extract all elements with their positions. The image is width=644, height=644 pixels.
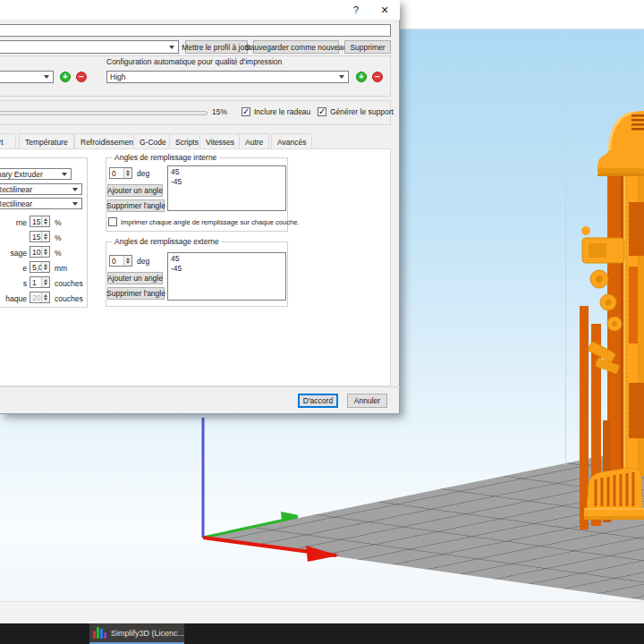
cancel-button[interactable]: Annuler bbox=[347, 394, 387, 408]
chevron-down-icon bbox=[72, 202, 78, 206]
support-checkbox[interactable] bbox=[318, 107, 326, 116]
printed-model-3d[interactable] bbox=[572, 103, 644, 559]
add-material-button[interactable]: + bbox=[60, 72, 71, 82]
chevron-down-icon bbox=[62, 173, 67, 176]
tab-speeds[interactable]: Vitesses bbox=[199, 133, 241, 149]
print-every-layer-row[interactable]: Imprimer chaque angle de remplissage sur… bbox=[108, 217, 287, 226]
process-name-input[interactable] bbox=[0, 24, 391, 37]
raft-checkbox-label: Inclure le radeau bbox=[254, 107, 310, 116]
close-button[interactable]: ✕ bbox=[371, 0, 398, 20]
taskbar-item-simplify3d[interactable]: Simplify3D (Licenc... bbox=[89, 623, 184, 644]
app-window: Simplify3D (Licenc... ? ✕ Mettre le prof… bbox=[0, 0, 644, 644]
spinner-arrows-icon bbox=[41, 292, 49, 302]
raft-checkbox-row[interactable]: Inclure le radeau bbox=[242, 107, 310, 116]
quality-select-value: High bbox=[110, 72, 125, 81]
row-label: rne bbox=[0, 218, 27, 227]
build-volume-edge bbox=[565, 30, 566, 465]
extrusion-width-spinner[interactable]: 100 bbox=[30, 246, 50, 258]
chevron-down-icon bbox=[339, 75, 344, 79]
deg-unit: deg bbox=[137, 169, 149, 178]
external-remove-angle-button[interactable]: Supprimer l'angle bbox=[107, 287, 165, 300]
external-add-angle-button[interactable]: Ajouter un angle bbox=[107, 272, 163, 284]
tab-cooling[interactable]: Refroidissement bbox=[74, 133, 141, 149]
row-unit: % bbox=[55, 233, 62, 242]
window-bottom-strip bbox=[0, 601, 644, 623]
deg-unit: deg bbox=[137, 257, 149, 266]
interior-fill-spinner[interactable]: 15 bbox=[30, 216, 50, 227]
spinner-arrows-icon[interactable] bbox=[123, 168, 131, 178]
quality-label: Configuration automatique pour qualité d… bbox=[106, 57, 282, 66]
infill-percent-value: 15% bbox=[212, 107, 227, 116]
print-sparse-every-spinner[interactable]: 1 bbox=[30, 276, 50, 288]
profile-select[interactable] bbox=[0, 40, 179, 54]
support-checkbox-label: Générer le support bbox=[330, 107, 394, 116]
row-label: sage bbox=[0, 249, 27, 258]
min-infill-length-spinner[interactable]: 5,00 bbox=[30, 261, 50, 273]
angle-list-item[interactable]: -45 bbox=[171, 264, 283, 274]
external-angles-list[interactable]: 45 -45 bbox=[167, 252, 286, 301]
chevron-down-icon bbox=[169, 46, 174, 49]
infill-extruder-value: Primary Extruder bbox=[0, 170, 43, 179]
spinner-arrows-icon[interactable] bbox=[41, 277, 49, 287]
external-angle-spinner[interactable]: 0 bbox=[109, 255, 132, 267]
row-unit: % bbox=[55, 249, 62, 258]
external-angles-title: Angles de remplissage externe bbox=[112, 237, 222, 246]
row-label: s bbox=[0, 279, 27, 288]
footer-separator bbox=[0, 386, 400, 387]
internal-add-angle-button[interactable]: Ajouter un angle bbox=[107, 184, 163, 197]
tab-support[interactable]: pport bbox=[0, 133, 16, 149]
internal-angles-title: Angles de remplissage interne bbox=[112, 153, 219, 162]
outline-overlap-spinner[interactable]: 15 bbox=[30, 231, 50, 242]
row-unit: % bbox=[55, 218, 62, 227]
tab-advanced[interactable]: Avancés bbox=[271, 133, 312, 149]
save-as-new-button[interactable]: Sauvegarder comme nouveau bbox=[253, 40, 339, 54]
internal-remove-angle-button[interactable]: Supprimer l'angle bbox=[107, 199, 165, 212]
diaphragm-every-spinner: 20 bbox=[30, 292, 50, 303]
row-unit: mm bbox=[55, 264, 67, 273]
angle-list-item[interactable]: 45 bbox=[171, 167, 283, 177]
print-every-layer-label: Imprimer chaque angle de remplissage sur… bbox=[121, 218, 300, 226]
add-quality-button[interactable]: + bbox=[356, 72, 367, 82]
internal-pattern-value: Rectilinear bbox=[0, 185, 32, 194]
dialog-titlebar[interactable] bbox=[0, 0, 400, 20]
internal-angles-list[interactable]: 45 -45 bbox=[167, 165, 286, 211]
tab-other[interactable]: Autre bbox=[239, 133, 269, 149]
spinner-arrows-icon[interactable] bbox=[41, 247, 49, 257]
spinner-arrows-icon[interactable] bbox=[41, 262, 49, 272]
row-label: haque bbox=[0, 294, 27, 303]
quality-select[interactable]: High bbox=[106, 71, 349, 83]
row-label: e bbox=[0, 264, 27, 273]
angle-list-item[interactable]: -45 bbox=[171, 177, 283, 187]
support-checkbox-row[interactable]: Générer le support bbox=[318, 107, 394, 116]
spinner-arrows-icon[interactable] bbox=[41, 232, 49, 242]
fff-settings-dialog: ? ✕ Mettre le profil à jour Sauvegarder … bbox=[0, 0, 400, 414]
simplify3d-logo-icon bbox=[93, 627, 106, 639]
delete-profile-button[interactable]: Supprimer bbox=[344, 40, 391, 54]
ok-button[interactable]: D'accord bbox=[298, 394, 338, 408]
internal-angle-spinner[interactable]: 0 bbox=[109, 167, 132, 179]
external-pattern-value: Rectilinear bbox=[0, 199, 32, 208]
remove-quality-button[interactable]: − bbox=[372, 72, 383, 82]
angle-list-item[interactable]: 45 bbox=[171, 254, 283, 264]
update-profile-button[interactable]: Mettre le profil à jour bbox=[185, 40, 248, 54]
infill-percent-slider[interactable] bbox=[0, 111, 208, 115]
spinner-arrows-icon[interactable] bbox=[123, 256, 131, 266]
print-every-layer-checkbox[interactable] bbox=[108, 217, 117, 226]
row-unit: couches bbox=[55, 294, 83, 303]
chevron-down-icon bbox=[44, 75, 49, 79]
windows-taskbar: Simplify3D (Licenc... bbox=[0, 623, 644, 644]
tab-temperature[interactable]: Température bbox=[19, 133, 74, 149]
chevron-down-icon bbox=[72, 188, 78, 191]
spinner-arrows-icon[interactable] bbox=[41, 216, 49, 226]
origin-axes bbox=[161, 394, 394, 572]
taskbar-item-label: Simplify3D (Licenc... bbox=[111, 629, 184, 638]
auto-material-select[interactable] bbox=[0, 71, 54, 83]
remove-material-button[interactable]: − bbox=[76, 72, 87, 82]
help-button[interactable]: ? bbox=[343, 0, 369, 20]
raft-checkbox[interactable] bbox=[242, 107, 250, 116]
internal-pattern-select[interactable]: Rectilinear bbox=[0, 183, 82, 195]
tab-gcode[interactable]: G-Code bbox=[133, 133, 173, 149]
row-unit: couches bbox=[55, 279, 83, 288]
external-pattern-select[interactable]: Rectilinear bbox=[0, 198, 82, 209]
infill-extruder-select[interactable]: Primary Extruder bbox=[0, 168, 72, 180]
